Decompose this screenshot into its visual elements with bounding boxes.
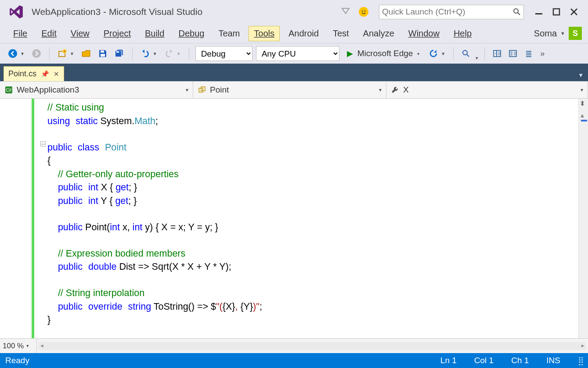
svg-rect-12 [101,50,104,53]
run-target-label: Microsoft Edge [357,49,413,58]
nav-back-button[interactable]: ▼ [6,47,26,60]
signed-in-user[interactable]: Soma [534,29,557,39]
menu-debug[interactable]: Debug [173,26,209,41]
svg-point-8 [8,49,17,58]
wrench-icon [391,86,400,94]
open-file-button[interactable] [79,47,93,60]
svg-point-9 [32,49,41,58]
svg-rect-13 [101,54,105,57]
status-ch: Ch 1 [511,356,529,365]
vertical-scrollbar[interactable]: ⬍ ▴ [578,99,588,338]
member-dropdown[interactable]: X ▾ [386,82,588,98]
editor-footer-bar: 100 % ▾ ◂ ▸ [0,338,588,353]
menu-bar: File Edit View Project Build Debug Team … [0,24,588,43]
play-icon: ▶ [347,49,353,58]
menu-help[interactable]: Help [448,26,477,41]
svg-point-0 [362,11,363,12]
zoom-level-combo[interactable]: 100 % ▾ [0,339,37,353]
search-icon[interactable] [513,8,521,16]
chevron-down-icon: ▾ [581,87,583,93]
file-tab-point-cs[interactable]: Point.cs 📌 ✕ [4,66,64,81]
svg-point-2 [514,9,518,13]
new-project-button[interactable]: ▼ [56,47,76,60]
solution-platform-combo[interactable]: Any CPU [256,46,339,61]
outline-collapse-toggle[interactable]: − [40,141,46,146]
svg-line-16 [467,54,469,57]
chevron-down-icon: ▾ [379,87,382,93]
nav-forward-button [30,47,43,60]
csharp-project-icon: C# [4,86,13,94]
svg-point-15 [463,50,467,55]
svg-text:C#: C# [6,88,12,93]
notifications-icon[interactable] [339,6,352,18]
class-icon [198,86,206,94]
status-bar: Ready Ln 1 Col 1 Ch 1 INS ⣿ [0,353,588,368]
code-navigation-bar: C# WebApplication3 ▾ Point ▾ X ▾ [0,81,588,99]
menu-team[interactable]: Team [213,26,245,41]
menu-project[interactable]: Project [98,26,136,41]
scroll-right-icon[interactable]: ▸ [581,342,584,349]
save-button[interactable] [96,47,109,60]
minimize-button[interactable] [530,4,548,20]
redo-button: ▼ [162,47,183,60]
close-tab-icon[interactable]: ✕ [54,70,59,78]
status-line: Ln 1 [440,356,457,365]
find-in-files-button[interactable] [460,48,472,59]
tab-strip-dropdown-icon[interactable]: ▼ [574,69,588,81]
menu-android[interactable]: Android [283,26,324,41]
toolbar-overflow-2[interactable]: » [540,49,545,58]
chevron-down-icon: ▾ [26,343,29,349]
svg-rect-5 [553,9,559,15]
file-tab-label: Point.cs [8,69,36,79]
menu-edit[interactable]: Edit [36,26,61,41]
split-editor-icon[interactable]: ⬍ [580,100,585,107]
menu-analyze[interactable]: Analyze [358,26,400,41]
layout-button-3[interactable] [523,48,535,59]
menu-file[interactable]: File [8,26,32,41]
user-dropdown-arrow-icon[interactable]: ▼ [560,31,565,36]
window-title: WebApplication3 - Microsoft Visual Studi… [32,7,202,17]
zoom-value: 100 % [3,342,24,350]
class-dropdown[interactable]: Point ▾ [193,82,386,98]
quick-launch-box[interactable] [379,5,524,19]
status-ready: Ready [5,356,29,365]
layout-button-1[interactable] [491,48,503,59]
start-debug-button[interactable]: ▶ Microsoft Edge ▾ [343,46,424,61]
user-avatar-badge[interactable]: S [569,27,582,40]
scroll-left-icon[interactable]: ◂ [40,342,43,349]
close-button[interactable] [565,4,583,20]
status-ins: INS [546,356,560,365]
svg-rect-14 [116,51,119,53]
feedback-smiley-icon[interactable] [359,7,368,17]
menu-window[interactable]: Window [403,26,445,41]
browser-refresh-button[interactable]: ▼ [427,47,447,60]
menu-view[interactable]: View [65,26,95,41]
status-col: Col 1 [474,356,494,365]
code-content[interactable]: // Static using using static System.Math… [34,99,578,338]
toolbar-overflow-1[interactable]: ▾ [476,55,478,61]
pin-tab-icon[interactable]: 📌 [41,70,49,78]
standard-toolbar: ▼ ▼ ▼ ▼ Debug Any CPU ▶ Microsoft Edge ▾… [0,43,588,64]
project-dropdown-label: WebApplication3 [17,85,79,95]
scrollbar-marker [581,120,587,121]
menu-test[interactable]: Test [328,26,354,41]
quick-launch-input[interactable] [382,7,513,17]
resize-grip-icon[interactable]: ⣿ [578,356,583,366]
code-editor[interactable]: − // Static using using static System.Ma… [0,99,588,338]
solution-config-combo[interactable]: Debug [195,46,253,61]
menu-tools[interactable]: Tools [249,26,280,41]
scroll-up-icon[interactable]: ▴ [581,111,584,119]
undo-button[interactable]: ▼ [139,47,159,60]
save-all-button[interactable] [113,47,126,60]
horizontal-scrollbar[interactable]: ◂ ▸ [39,342,586,350]
svg-point-1 [364,11,366,12]
chevron-down-icon: ▾ [186,87,188,93]
layout-button-2[interactable] [507,48,519,59]
menu-build[interactable]: Build [140,26,170,41]
class-dropdown-label: Point [210,85,229,95]
project-dropdown[interactable]: C# WebApplication3 ▾ [0,82,193,98]
member-dropdown-label: X [403,85,409,95]
svg-rect-20 [510,51,512,56]
document-tab-strip: Point.cs 📌 ✕ ▼ [0,64,588,81]
maximize-button[interactable] [548,4,565,20]
